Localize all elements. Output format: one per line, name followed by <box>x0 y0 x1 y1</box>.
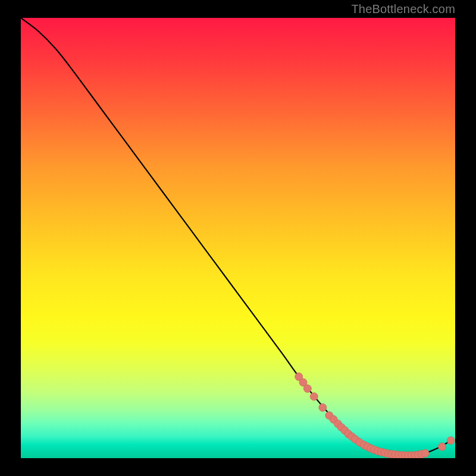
curve-line <box>21 18 451 456</box>
plot-area <box>21 18 455 458</box>
data-markers <box>295 373 455 458</box>
data-marker <box>319 403 327 411</box>
chart-svg <box>21 18 455 458</box>
chart-stage: TheBottleneck.com <box>0 0 476 476</box>
data-marker <box>447 437 455 444</box>
data-marker <box>421 449 429 457</box>
data-marker <box>303 385 311 393</box>
data-marker <box>439 443 446 450</box>
data-marker <box>310 393 318 400</box>
watermark-text: TheBottleneck.com <box>351 2 455 16</box>
